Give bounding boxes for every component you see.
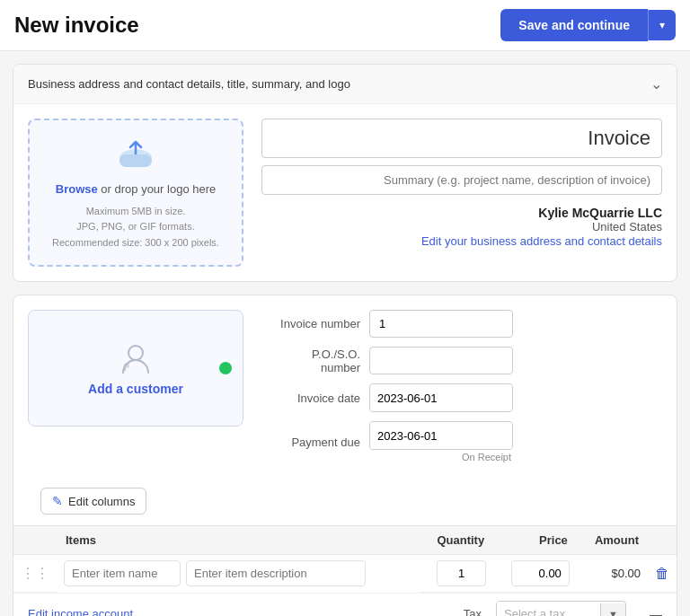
tax-select[interactable]: Select a tax bbox=[497, 602, 600, 616]
add-customer-label[interactable]: Add a customer bbox=[88, 382, 183, 396]
business-country: United States bbox=[261, 220, 662, 233]
business-name-block: Kylie McQuarrie LLC United States Edit y… bbox=[261, 206, 662, 248]
po-number-row: P.O./S.O. number bbox=[261, 347, 662, 374]
browse-link[interactable]: Browse bbox=[56, 182, 98, 196]
header-actions: Save and continue ▾ bbox=[500, 9, 676, 41]
svg-point-3 bbox=[124, 363, 129, 368]
invoice-summary-input[interactable] bbox=[261, 165, 662, 195]
table-row: ⋮⋮ $0.00 � bbox=[13, 555, 677, 593]
item-amount: $0.00 bbox=[577, 555, 648, 593]
col-items: Items bbox=[57, 526, 419, 555]
items-section: ✎ Edit columns Items Quantity Price Amou… bbox=[13, 477, 677, 616]
edit-columns-icon: ✎ bbox=[52, 494, 63, 508]
col-amount: Amount bbox=[577, 526, 648, 555]
po-number-input[interactable] bbox=[369, 347, 513, 374]
business-card-label: Business address and contact details, ti… bbox=[28, 77, 350, 91]
upload-format-info: JPG, PNG, or GIF formats. bbox=[76, 221, 194, 232]
save-continue-dropdown-button[interactable]: ▾ bbox=[648, 10, 676, 40]
table-header-row: Items Quantity Price Amount bbox=[13, 526, 677, 555]
col-quantity: Quantity bbox=[419, 526, 493, 555]
business-card: Business address and contact details, ti… bbox=[13, 64, 677, 282]
invoice-date-input[interactable] bbox=[370, 385, 513, 411]
main-content: Business address and contact details, ti… bbox=[0, 51, 690, 616]
invoice-info-panel: Kylie McQuarrie LLC United States Edit y… bbox=[261, 119, 662, 267]
invoice-number-input[interactable] bbox=[369, 310, 513, 338]
add-customer-box[interactable]: Add a customer bbox=[28, 310, 243, 427]
on-receipt-label: On Receipt bbox=[369, 452, 513, 462]
invoice-date-row: Invoice date 📅 bbox=[261, 383, 662, 412]
edit-columns-button[interactable]: ✎ Edit columns bbox=[40, 488, 146, 515]
invoice-date-wrap: 📅 bbox=[369, 383, 513, 412]
upload-label: Browse or drop your logo here bbox=[56, 180, 217, 198]
upload-text-or: or drop your logo here bbox=[98, 182, 217, 196]
upload-icon bbox=[114, 135, 157, 173]
upload-size-info: Maximum 5MB in size. bbox=[86, 206, 186, 216]
business-card-header[interactable]: Business address and contact details, ti… bbox=[13, 65, 677, 104]
customer-invoice-card: Add a customer Invoice number P.O./S.O. … bbox=[13, 295, 677, 616]
invoice-number-label: Invoice number bbox=[261, 317, 360, 330]
upload-subtext: Maximum 5MB in size. JPG, PNG, or GIF fo… bbox=[52, 204, 219, 251]
svg-rect-1 bbox=[119, 154, 152, 167]
invoice-title-input[interactable] bbox=[261, 119, 662, 158]
save-continue-button[interactable]: Save and continue bbox=[500, 9, 648, 41]
page-title: New invoice bbox=[14, 13, 139, 38]
logo-upload-area[interactable]: Browse or drop your logo here Maximum 5M… bbox=[28, 119, 243, 267]
item-price-input[interactable] bbox=[511, 560, 570, 586]
edit-business-link[interactable]: Edit your business address and contact d… bbox=[421, 234, 662, 248]
invoice-number-row: Invoice number bbox=[261, 310, 662, 338]
payment-due-label: Payment due bbox=[261, 436, 360, 449]
payment-due-row: Payment due 📅 On Receipt bbox=[261, 421, 662, 462]
edit-income-link[interactable]: Edit income account bbox=[28, 607, 455, 616]
payment-due-input[interactable] bbox=[370, 423, 513, 449]
page-header: New invoice Save and continue ▾ bbox=[0, 0, 690, 51]
invoice-fields: Invoice number P.O./S.O. number Invoice … bbox=[261, 310, 662, 462]
tax-select-wrap: Select a tax ▼ bbox=[496, 601, 626, 616]
edit-columns-label: Edit columns bbox=[68, 495, 135, 508]
item-description-input[interactable] bbox=[186, 560, 366, 586]
payment-due-wrap: 📅 bbox=[369, 421, 513, 450]
item-quantity-input[interactable] bbox=[437, 560, 486, 586]
business-name: Kylie McQuarrie LLC bbox=[261, 206, 662, 220]
item-name-input[interactable] bbox=[64, 560, 181, 586]
tax-label: Tax bbox=[464, 607, 482, 616]
customer-inner: Add a customer bbox=[88, 340, 183, 396]
customer-icon bbox=[118, 340, 154, 376]
tax-amount-dash: — bbox=[635, 607, 662, 616]
chevron-up-icon: ⌄ bbox=[650, 75, 662, 92]
items-table: Items Quantity Price Amount ⋮⋮ bbox=[13, 525, 677, 593]
tax-select-arrow-icon: ▼ bbox=[600, 603, 625, 616]
delete-item-icon[interactable]: 🗑 bbox=[655, 566, 669, 581]
upload-dimension-info: Recommended size: 300 x 200 pixels. bbox=[52, 237, 219, 248]
col-price: Price bbox=[493, 526, 577, 555]
customer-status-dot bbox=[219, 362, 232, 374]
customer-card-body: Add a customer Invoice number P.O./S.O. … bbox=[13, 295, 677, 477]
drag-handle-icon[interactable]: ⋮⋮ bbox=[21, 566, 49, 581]
po-number-label: P.O./S.O. number bbox=[261, 348, 360, 374]
invoice-date-label: Invoice date bbox=[261, 392, 360, 405]
svg-point-2 bbox=[128, 346, 143, 360]
business-body: Browse or drop your logo here Maximum 5M… bbox=[13, 104, 677, 281]
table-footer-row: Edit income account Tax Select a tax ▼ — bbox=[13, 593, 677, 616]
